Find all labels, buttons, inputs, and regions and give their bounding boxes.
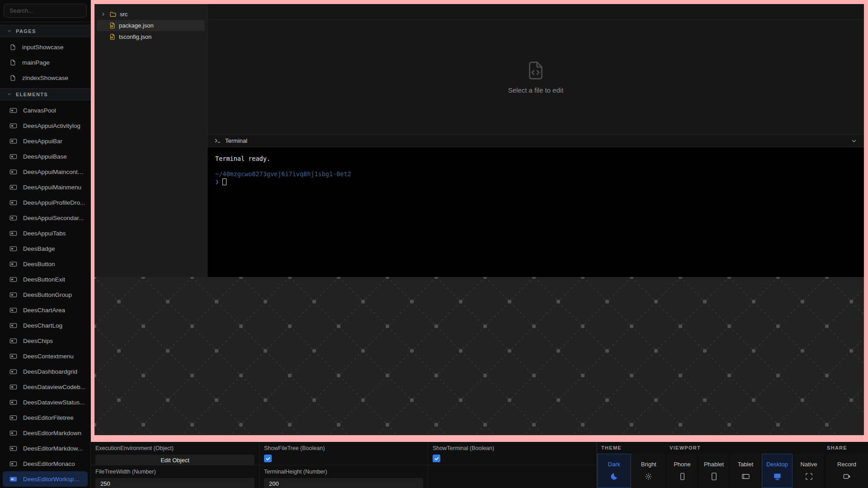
file-tree-row-tsconfig.json[interactable]: tsconfig.json (97, 31, 205, 42)
section-header-elements[interactable]: ELEMENTS (0, 88, 90, 100)
sidebar-item-label: DeesAppuiMainmenu (23, 184, 81, 191)
main-area: srcpackage.jsontsconfig.json (91, 0, 868, 488)
tile-label: Dark (608, 461, 620, 468)
element-icon (9, 276, 17, 283)
viewport-option-desktop[interactable]: Desktop (762, 454, 793, 488)
section-header-pages[interactable]: PAGES (0, 25, 90, 37)
sidebar-item-deesappuimainconte[interactable]: DeesAppuiMainconte... (0, 164, 90, 179)
editor-workspace: srcpackage.jsontsconfig.json (94, 4, 864, 277)
native-icon (805, 472, 813, 481)
sidebar-item-deesbuttonexit[interactable]: DeesButtonExit (0, 272, 90, 287)
terminal-prompt: ❯ (215, 178, 219, 186)
element-icon (9, 230, 17, 237)
editor-empty-text: Select a file to edit (508, 86, 564, 94)
desktop-icon (773, 472, 782, 481)
demo-frame: srcpackage.jsontsconfig.json (91, 0, 868, 442)
sidebar-item-deesappuiactivitylog[interactable]: DeesAppuiActivitylog (0, 118, 90, 133)
terminal-output[interactable]: Terminal ready. ~/40mzgcwo8273gvej6i7ivq… (208, 147, 864, 277)
element-icon (9, 460, 17, 468)
showfiletree-checkbox[interactable] (264, 455, 272, 462)
section-label: ELEMENTS (16, 92, 48, 97)
chevron-right-icon (101, 12, 106, 17)
property-label: ShowTerminal (Boolean) (433, 445, 592, 451)
sidebar-item-deeseditorfiletree[interactable]: DeesEditorFiletree (0, 410, 90, 425)
share-option-record[interactable]: Record (826, 454, 868, 488)
element-icon (9, 107, 17, 114)
search-input[interactable] (4, 4, 87, 18)
terminal-collapse-chevron-icon[interactable] (851, 138, 857, 144)
sidebar-item-zindexshowcase[interactable]: zIndexShowcase (0, 70, 90, 85)
sidebar-item-deesdataviewstatus[interactable]: DeesDataviewStatus... (0, 394, 90, 410)
sidebar-item-deescontextmenu[interactable]: DeesContextmenu (0, 348, 90, 364)
element-icon (9, 214, 17, 222)
edit-object-button[interactable]: Edit Object (95, 455, 255, 465)
sun-icon (644, 472, 653, 481)
terminal-header[interactable]: Terminal (208, 134, 864, 147)
control-tiles: DarkBright PhonePhabletTabletDesktopNati… (597, 453, 868, 488)
demo-viewport: srcpackage.jsontsconfig.json (94, 4, 864, 435)
theme-header: THEME (597, 442, 665, 453)
viewport-option-tablet[interactable]: Tablet (730, 454, 761, 488)
property-show-terminal: ShowTerminal (Boolean) (428, 442, 596, 465)
sidebar-item-deesappuiprofiledro[interactable]: DeesAppuiProfileDro... (0, 195, 90, 210)
terminalheight-input[interactable] (264, 478, 423, 488)
json-file-icon (109, 22, 116, 29)
viewport-option-phone[interactable]: Phone (667, 454, 698, 488)
sidebar-item-mainpage[interactable]: mainPage (0, 55, 90, 70)
sidebar-item-deesbuttongroup[interactable]: DeesButtonGroup (0, 287, 90, 302)
sidebar-item-deesbutton[interactable]: DeesButton (0, 256, 90, 272)
sidebar-item-deeseditormonaco[interactable]: DeesEditorMonaco (0, 456, 90, 471)
json-file-icon (109, 33, 116, 40)
sidebar-item-label: DeesAppuiTabs (23, 230, 66, 237)
file-tree-row-src[interactable]: src (97, 9, 205, 20)
sidebar-item-deesbadge[interactable]: DeesBadge (0, 241, 90, 256)
sidebar-item-deesappuibar[interactable]: DeesAppuiBar (0, 133, 90, 149)
moon-icon (610, 472, 618, 481)
sidebar-item-deesappuibase[interactable]: DeesAppuiBase (0, 149, 90, 164)
share-group: Record (826, 454, 868, 488)
sidebar-item-deesdataviewcodeb[interactable]: DeesDataviewCodeb... (0, 379, 90, 394)
chevron-down-icon (7, 92, 12, 97)
sidebar-item-deesappuimainmenu[interactable]: DeesAppuiMainmenu (0, 179, 90, 195)
filetreewidth-input[interactable] (95, 478, 255, 488)
element-icon (9, 168, 17, 176)
sidebar-item-deesdashboardgrid[interactable]: DeesDashboardgrid (0, 364, 90, 379)
sidebar-item-deesappuisecondar[interactable]: DeesAppuiSecondar... (0, 210, 90, 225)
showterminal-checkbox[interactable] (433, 455, 440, 462)
sidebar-item-deeseditormarkdow[interactable]: DeesEditorMarkdow... (0, 441, 90, 456)
sidebar-item-label: DeesAppuiProfileDro... (23, 199, 85, 206)
theme-option-dark[interactable]: Dark (597, 454, 631, 488)
canvas-pattern (94, 277, 864, 435)
record-icon (843, 472, 851, 481)
viewport-option-native[interactable]: Native (793, 454, 824, 488)
element-selected-icon (9, 475, 17, 483)
section-list-pages: inputShowcasemainPagezIndexShowcase (0, 37, 90, 85)
section-list-elements: CanvasPoolDeesAppuiActivitylogDeesAppuiB… (0, 100, 90, 487)
file-tree-row-package.json[interactable]: package.json (97, 20, 205, 31)
sidebar-item-canvaspool[interactable]: CanvasPool (0, 103, 90, 118)
sidebar-item-label: DeesButton (23, 261, 55, 267)
sidebar-item-deeseditormarkdown[interactable]: DeesEditorMarkdown (0, 425, 90, 441)
sidebar-item-deeseditorworkspace[interactable]: DeesEditorWorkspace (3, 471, 88, 487)
tile-label: Desktop (766, 461, 788, 468)
app-root: PAGESinputShowcasemainPagezIndexShowcase… (0, 0, 868, 488)
sidebar-item-label: DeesButtonExit (23, 276, 65, 283)
section-label: PAGES (16, 28, 36, 34)
theme-option-bright[interactable]: Bright (632, 454, 666, 488)
sidebar-item-label: DeesDataviewStatus... (23, 399, 85, 406)
element-icon (9, 137, 17, 145)
element-icon (9, 245, 17, 253)
sidebar: PAGESinputShowcasemainPagezIndexShowcase… (0, 0, 91, 488)
sidebar-item-label: DeesContextmenu (23, 353, 74, 360)
sidebar-item-deeschips[interactable]: DeesChips (0, 333, 90, 348)
tablet-icon (741, 472, 750, 481)
sidebar-item-deeschartlog[interactable]: DeesChartLog (0, 318, 90, 333)
sidebar-item-deesappuitabs[interactable]: DeesAppuiTabs (0, 225, 90, 241)
terminal-cursor (222, 178, 226, 185)
sidebar-item-deeschartarea[interactable]: DeesChartArea (0, 302, 90, 318)
phablet-icon (710, 472, 718, 481)
tile-label: Record (837, 461, 856, 468)
property-terminal-height: TerminalHeight (Number) (259, 465, 428, 488)
viewport-option-phablet[interactable]: Phablet (698, 454, 729, 488)
sidebar-item-inputshowcase[interactable]: inputShowcase (0, 39, 90, 55)
